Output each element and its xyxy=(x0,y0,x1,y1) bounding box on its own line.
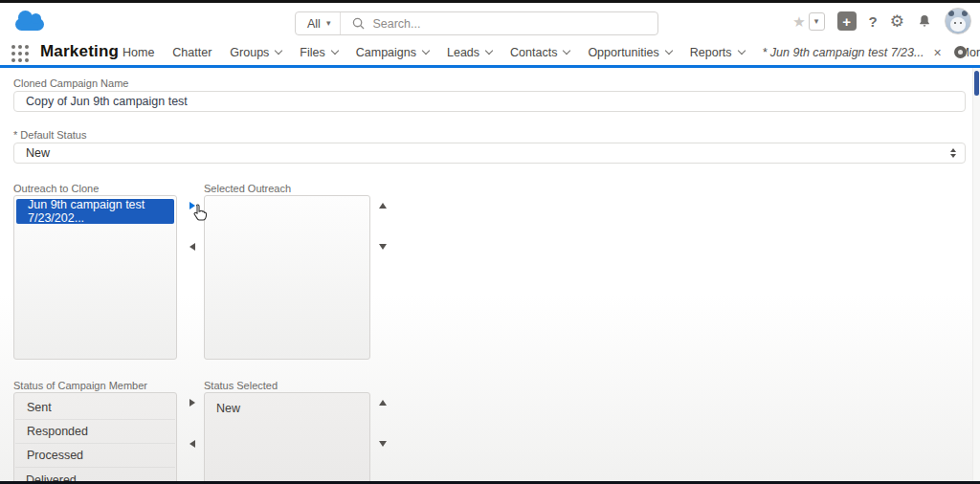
default-status-select[interactable]: New xyxy=(13,143,966,164)
search-icon xyxy=(352,17,365,30)
move-up-button[interactable] xyxy=(376,396,390,409)
clone-campaign-form: Cloned Campaign Name * Default Status Ne… xyxy=(0,68,980,481)
move-left-button[interactable] xyxy=(186,437,199,451)
close-tab-icon[interactable]: × xyxy=(933,46,941,59)
salesforce-logo-icon xyxy=(15,18,44,31)
global-search-bar[interactable]: All ▾ xyxy=(295,11,658,35)
nav-tab-leads[interactable]: Leads xyxy=(447,46,492,59)
tab-label: Leads xyxy=(447,46,479,59)
global-actions-button[interactable]: + xyxy=(837,11,857,31)
tab-label: * Jun 9th campaign test 7/23... xyxy=(763,46,924,59)
list-item-campaign[interactable]: Jun 9th campaign test 7/23/202... xyxy=(16,199,174,224)
global-header: All ▾ ★ ▾ + ? ⚙ xyxy=(0,3,980,39)
nav-tabs: Home Chatter Groups Files Campaigns Lead… xyxy=(122,39,980,65)
triangle-down-icon xyxy=(379,441,387,447)
move-up-button[interactable] xyxy=(376,199,390,212)
list-item-status[interactable]: Responded xyxy=(15,420,175,444)
nav-tab-campaigns[interactable]: Campaigns xyxy=(356,46,429,59)
search-scope-label: All xyxy=(307,17,321,31)
search-input-wrap xyxy=(341,17,657,31)
tab-label: Contacts xyxy=(510,46,557,59)
nav-tab-contacts[interactable]: Contacts xyxy=(510,46,569,59)
tab-label: Campaigns xyxy=(356,46,416,59)
triangle-right-icon xyxy=(189,399,195,407)
search-input[interactable] xyxy=(372,17,612,31)
status-selected-listbox[interactable]: New xyxy=(204,392,370,481)
list-item-status[interactable]: Processed xyxy=(15,444,175,468)
list-item-status[interactable]: New xyxy=(205,396,369,420)
favorites-star-icon[interactable]: ★ xyxy=(792,14,805,29)
tab-label: Files xyxy=(300,46,324,59)
status-of-campaign-member-listbox[interactable]: Sent Responded Processed Delivered xyxy=(13,392,177,481)
app-navigation-bar: Marketing Home Chatter Groups Files Camp… xyxy=(0,39,980,68)
default-status-value: New xyxy=(26,146,50,160)
header-utility-icons: ★ ▾ + ? ⚙ xyxy=(792,3,971,39)
chevron-down-icon xyxy=(275,46,282,54)
notifications-bell-icon[interactable] xyxy=(917,13,932,29)
triangle-left-icon xyxy=(189,440,195,448)
help-icon[interactable]: ? xyxy=(869,13,878,30)
nav-tab-reports[interactable]: Reports xyxy=(690,46,745,59)
tab-label: Groups xyxy=(230,46,269,59)
caret-down-icon: ▾ xyxy=(814,17,819,26)
nav-tab-chatter[interactable]: Chatter xyxy=(172,46,212,59)
user-avatar[interactable] xyxy=(945,8,971,34)
chevron-down-icon xyxy=(485,46,493,54)
edit-nav-icon[interactable] xyxy=(954,46,967,58)
select-stepper-icon xyxy=(950,148,956,158)
chevron-down-icon xyxy=(563,46,570,54)
triangle-down-icon xyxy=(379,244,387,250)
nav-tab-opportunities[interactable]: Opportunities xyxy=(588,46,671,59)
avatar-face xyxy=(950,17,966,32)
setup-gear-icon[interactable]: ⚙ xyxy=(890,13,904,30)
search-scope-dropdown[interactable]: All ▾ xyxy=(296,12,341,34)
move-left-button[interactable] xyxy=(186,240,199,253)
vertical-scrollbar-thumb[interactable] xyxy=(974,71,979,96)
letterbox-top xyxy=(0,0,980,3)
move-down-button[interactable] xyxy=(376,437,390,451)
chevron-down-icon xyxy=(422,46,430,54)
nav-tab-home[interactable]: Home xyxy=(122,46,154,59)
salesforce-app-window: All ▾ ★ ▾ + ? ⚙ Marketing xyxy=(0,0,980,484)
status-of-campaign-member-label: Status of Campaign Member xyxy=(13,380,147,391)
default-status-label: * Default Status xyxy=(13,129,86,141)
outreach-to-clone-label: Outreach to Clone xyxy=(13,183,99,194)
favorites-dropdown-button[interactable]: ▾ xyxy=(809,12,825,31)
move-right-button[interactable] xyxy=(186,396,199,409)
tab-label: Opportunities xyxy=(588,46,658,59)
app-launcher-icon[interactable] xyxy=(11,45,29,62)
tab-label: Reports xyxy=(690,46,732,59)
nav-tab-temp-campaign[interactable]: * Jun 9th campaign test 7/23... × xyxy=(763,46,942,59)
vertical-scrollbar-track[interactable] xyxy=(972,68,980,481)
tab-label: Home xyxy=(122,46,154,59)
selected-outreach-label: Selected Outreach xyxy=(204,183,291,194)
cloned-campaign-name-input[interactable] xyxy=(13,91,966,112)
chevron-down-icon xyxy=(737,46,745,54)
chevron-down-icon xyxy=(331,46,339,54)
list-item-status[interactable]: Delivered xyxy=(14,468,176,481)
tab-label: Chatter xyxy=(172,46,212,59)
triangle-left-icon xyxy=(189,243,195,251)
triangle-up-icon xyxy=(379,400,387,406)
move-down-button[interactable] xyxy=(376,240,390,253)
triangle-right-icon xyxy=(189,202,195,209)
status-selected-label: Status Selected xyxy=(204,380,278,391)
nav-tab-files[interactable]: Files xyxy=(300,46,337,59)
cloned-campaign-name-label: Cloned Campaign Name xyxy=(13,77,128,89)
favorites-group: ★ ▾ xyxy=(792,12,824,31)
list-item-status[interactable]: Sent xyxy=(15,396,175,420)
move-right-button[interactable] xyxy=(186,199,199,212)
triangle-up-icon xyxy=(379,203,387,209)
selected-outreach-listbox[interactable] xyxy=(204,195,370,360)
app-name[interactable]: Marketing xyxy=(40,42,119,61)
nav-tab-groups[interactable]: Groups xyxy=(230,46,281,59)
outreach-to-clone-listbox[interactable]: Jun 9th campaign test 7/23/202... xyxy=(13,195,177,360)
chevron-down-icon xyxy=(665,46,673,54)
caret-down-icon: ▾ xyxy=(326,19,331,28)
